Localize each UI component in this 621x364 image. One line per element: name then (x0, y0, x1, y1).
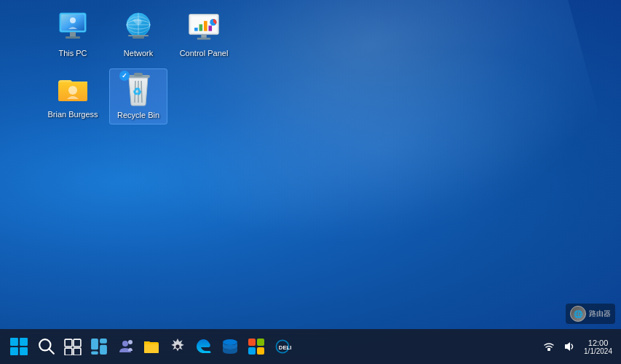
svg-rect-29 (10, 338, 18, 346)
svg-rect-45 (144, 344, 159, 353)
svg-point-48 (223, 339, 237, 345)
svg-line-34 (49, 349, 54, 354)
watermark-globe-icon: 🌐 (570, 306, 586, 322)
desktop-icon-brian-burgess-label: Brian Burgess (47, 109, 98, 119)
svg-rect-40 (100, 339, 107, 344)
svg-rect-32 (20, 347, 28, 355)
svg-rect-31 (10, 347, 18, 355)
svg-text:DELL: DELL (279, 344, 291, 351)
this-pc-icon-image (55, 10, 90, 45)
desktop-icon-recycle-bin-label: Recycle Bin (117, 110, 159, 120)
svg-rect-41 (100, 345, 107, 355)
dell-icon: DELL (274, 338, 291, 355)
azure-icon (221, 338, 239, 355)
svg-rect-14 (194, 28, 198, 31)
svg-rect-35 (65, 339, 72, 347)
task-view-icon (64, 338, 82, 355)
desktop-icon-network-label: Network (124, 48, 153, 58)
desktop-icon-recycle-bin[interactable]: ✓ (109, 68, 167, 124)
svg-point-43 (122, 341, 128, 347)
widgets-icon (90, 338, 108, 355)
svg-rect-37 (65, 348, 72, 355)
svg-rect-50 (257, 339, 264, 346)
desktop-icon-control-panel[interactable]: Control Panel (175, 7, 233, 61)
svg-point-44 (128, 340, 132, 344)
svg-rect-20 (197, 38, 210, 40)
dell-button[interactable]: DELL (269, 333, 296, 360)
search-icon (38, 338, 55, 355)
tray-clock[interactable]: 12:00 1/1/2024 (581, 338, 615, 355)
store-icon (248, 338, 265, 355)
desktop-icon-this-pc[interactable]: This PC (44, 7, 102, 61)
desktop-icon-network[interactable]: Network (109, 7, 167, 61)
desktop-icons-row-2: Brian Burgess ✓ (44, 68, 233, 124)
edge-icon (195, 338, 213, 355)
search-button[interactable] (33, 333, 60, 360)
svg-rect-15 (199, 24, 203, 31)
desktop-icon-brian-burgess[interactable]: Brian Burgess (44, 68, 102, 124)
svg-point-47 (175, 344, 179, 348)
edge-button[interactable] (191, 333, 217, 360)
store-button[interactable] (243, 333, 269, 360)
widgets-button[interactable] (86, 333, 112, 360)
svg-point-22 (68, 86, 77, 95)
teams-icon (116, 338, 134, 355)
svg-rect-42 (91, 352, 98, 355)
svg-rect-51 (248, 347, 256, 355)
taskbar: DELL 12:00 1/1/2024 (0, 329, 621, 364)
svg-rect-11 (132, 36, 144, 39)
windows-logo-icon (10, 338, 28, 355)
settings-button[interactable] (165, 333, 191, 360)
watermark: 🌐 路由器 (566, 304, 615, 324)
file-explorer-icon (143, 338, 160, 355)
file-explorer-button[interactable] (138, 333, 165, 360)
svg-rect-3 (66, 36, 80, 39)
teams-button[interactable] (112, 333, 138, 360)
start-button[interactable] (6, 333, 32, 360)
brian-burgess-icon-image (55, 71, 90, 106)
desktop-icon-this-pc-label: This PC (58, 48, 87, 58)
svg-rect-10 (128, 35, 149, 36)
desktop-icons-row-1: This PC (44, 7, 233, 61)
svg-rect-49 (248, 339, 256, 346)
azure-button[interactable] (217, 333, 243, 360)
svg-rect-52 (257, 347, 264, 355)
desktop-icon-control-panel-label: Control Panel (180, 48, 229, 58)
svg-rect-30 (20, 338, 28, 346)
svg-rect-19 (201, 34, 206, 38)
control-panel-icon-image (186, 10, 221, 45)
svg-text:♻: ♻ (132, 86, 142, 98)
svg-rect-16 (204, 21, 207, 31)
svg-rect-2 (70, 32, 76, 36)
svg-rect-39 (91, 339, 98, 349)
system-tray: 12:00 1/1/2024 (540, 338, 615, 355)
network-icon-image (121, 10, 156, 45)
settings-icon (169, 338, 186, 355)
desktop: This PC (0, 0, 621, 364)
tray-volume-icon[interactable] (561, 338, 578, 355)
svg-rect-38 (74, 348, 81, 355)
svg-rect-24 (134, 73, 143, 76)
svg-rect-55 (547, 348, 550, 351)
svg-rect-17 (208, 25, 212, 31)
desktop-icons-area: This PC (44, 7, 233, 124)
svg-rect-36 (74, 339, 81, 347)
watermark-text: 路由器 (589, 309, 611, 319)
recycle-bin-icon-image: ✓ (121, 72, 156, 107)
task-view-button[interactable] (60, 333, 86, 360)
tray-network-icon[interactable] (540, 338, 558, 355)
svg-point-4 (70, 17, 76, 23)
